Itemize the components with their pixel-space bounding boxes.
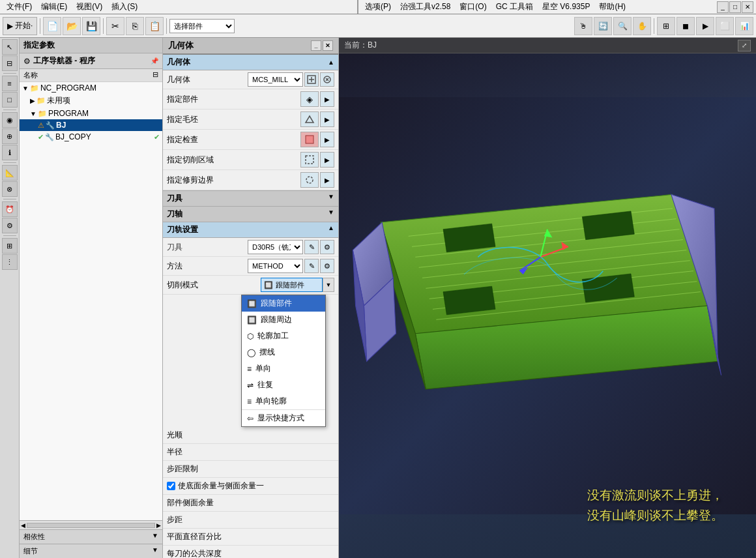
menu-edit[interactable]: 编辑(E) <box>37 0 71 14</box>
dropdown-item-3[interactable]: ◯ 摆线 <box>242 344 325 360</box>
menu-starsky[interactable]: 星空 V6.935P <box>538 0 594 14</box>
nav-item-program[interactable]: ▼ 📁 PROGRAM <box>20 108 162 119</box>
tool-settings-collapse[interactable]: ▲ <box>328 224 334 235</box>
vtool-select[interactable]: ↖ <box>2 39 18 55</box>
view-toolbar-shading[interactable]: ◼ <box>676 17 695 35</box>
view-toolbar-rotate[interactable]: 🔄 <box>594 17 612 35</box>
vtool-datum[interactable]: ⊗ <box>2 181 18 197</box>
axis-section-collapse[interactable]: ▼ <box>328 209 334 220</box>
nav-item-nc[interactable]: ▼ 📁 NC_PROGRAM <box>20 82 162 94</box>
vtool-gear[interactable]: ⚙ <box>2 218 18 233</box>
method-btn1[interactable]: ✎ <box>304 259 319 273</box>
toolbar-copy[interactable]: ⎘ <box>126 17 144 35</box>
view-toolbar-pan[interactable]: ✋ <box>633 17 651 35</box>
tree-expand-program[interactable]: ▼ <box>30 110 36 117</box>
geo-panel-minimize[interactable]: _ <box>311 40 321 51</box>
tree-expand-unused[interactable]: ▶ <box>30 97 35 104</box>
view-toolbar-select[interactable]: 🖱 <box>574 17 592 35</box>
viewport-expand-btn[interactable]: ⤢ <box>738 40 751 51</box>
view-toolbar-zoom[interactable]: 🔍 <box>613 17 632 35</box>
cut-mode-dropdown-btn[interactable]: ▼ <box>323 278 334 292</box>
menu-file[interactable]: 文件(F) <box>3 0 36 14</box>
nav-item-unused[interactable]: ▶ 📁 未用项 <box>20 94 162 108</box>
geo-btn2[interactable] <box>320 72 334 87</box>
h-scrollbar-left[interactable]: ◀ <box>21 522 25 529</box>
tool-btn2[interactable]: ⚙ <box>320 240 334 254</box>
vtool-layer[interactable]: ≡ <box>2 76 18 91</box>
detail-collapse[interactable]: ▼ <box>152 546 158 556</box>
detail-header[interactable]: 细节 ▼ <box>20 544 162 558</box>
geo-panel-close[interactable]: ✕ <box>323 40 333 51</box>
view-toolbar-more[interactable]: ▶ <box>696 17 714 35</box>
method-btn2[interactable]: ⚙ <box>320 259 334 273</box>
tool-btn1[interactable]: ✎ <box>304 240 319 254</box>
vtool-clock[interactable]: ⏰ <box>2 201 18 217</box>
cut-mode-value-display[interactable]: 🔲 跟随部件 <box>261 278 323 292</box>
window-minimize[interactable]: _ <box>717 1 729 13</box>
window-maximize[interactable]: □ <box>729 1 741 13</box>
h-scrollbar-right[interactable]: ▶ <box>156 522 161 529</box>
related-collapse[interactable]: ▼ <box>152 532 158 542</box>
menu-help[interactable]: 帮助(H) <box>595 0 630 14</box>
dropdown-item-6[interactable]: ≡ 单向轮廓 <box>242 393 325 409</box>
vtool-info[interactable]: ℹ <box>2 145 18 160</box>
h-scrollbar-track[interactable] <box>27 523 155 528</box>
view-toolbar-wire[interactable]: ⬜ <box>716 17 734 35</box>
nav-item-bj-copy[interactable]: ✔ 🔧 BJ_COPY ✔ <box>20 131 162 143</box>
specify-cut-btn1[interactable] <box>300 152 319 168</box>
select-part-dropdown[interactable]: 选择部件 <box>169 19 235 33</box>
vtool-more1[interactable]: ⊞ <box>2 238 18 254</box>
vtool-part[interactable]: ◉ <box>2 112 18 128</box>
dropdown-item-0[interactable]: 🔲 跟随部件 <box>242 295 325 312</box>
tool-settings-header[interactable]: 刀轨设置 ▲ <box>163 222 338 238</box>
start-button[interactable]: ▶ 开始· <box>3 17 37 35</box>
use-floor-checkbox[interactable] <box>167 482 175 490</box>
toolbar-new[interactable]: 📄 <box>43 17 61 35</box>
dropdown-item-7[interactable]: ⇦ 显示快捷方式 <box>242 409 325 426</box>
method-select[interactable]: METHOD <box>248 259 303 273</box>
tool-section-header[interactable]: 刀具 ▼ <box>163 190 338 207</box>
specify-blank-btn2[interactable]: ▶ <box>320 111 334 127</box>
menu-insert[interactable]: 插入(S) <box>108 0 141 14</box>
geo-section-collapse[interactable]: ▲ <box>328 59 334 66</box>
view-toolbar-fit[interactable]: ⊞ <box>657 17 675 35</box>
window-close[interactable]: ✕ <box>742 1 753 13</box>
related-header[interactable]: 相依性 ▼ <box>20 530 162 544</box>
vtool-assem[interactable]: ⊕ <box>2 128 18 144</box>
menu-window[interactable]: 窗口(O) <box>456 0 490 14</box>
specify-check-btn2[interactable]: ▶ <box>320 132 334 147</box>
viewport-3d[interactable]: 没有激流则谈不上勇进， 没有山峰则谈不上攀登。 <box>339 53 756 558</box>
tree-expand-nc[interactable]: ▼ <box>22 85 29 92</box>
vtool-filter[interactable]: ⊟ <box>2 55 18 71</box>
toolbar-open[interactable]: 📂 <box>63 17 81 35</box>
vtool-more2[interactable]: ⋮ <box>2 254 18 270</box>
dropdown-item-5[interactable]: ⇌ 往复 <box>242 377 325 393</box>
dropdown-item-4[interactable]: ≡ 单向 <box>242 360 325 377</box>
specify-cut-btn2[interactable]: ▶ <box>320 152 334 168</box>
view-toolbar-analysis[interactable]: 📊 <box>735 17 753 35</box>
menu-gc[interactable]: GC 工具箱 <box>492 0 537 14</box>
dropdown-item-2[interactable]: ⬡ 轮廓加工 <box>242 328 325 344</box>
toolbar-cut[interactable]: ✂ <box>106 17 124 35</box>
specify-part-btn1[interactable]: ◈ <box>300 91 319 107</box>
specify-check-btn1[interactable] <box>300 132 319 147</box>
vtool-view2[interactable]: □ <box>2 92 18 108</box>
vtool-measure[interactable]: 📐 <box>2 165 18 181</box>
specify-blank-btn1[interactable] <box>300 111 319 127</box>
nav-item-bj[interactable]: ⚠ 🔧 BJ <box>20 119 162 131</box>
toolbar-save[interactable]: 💾 <box>82 17 100 35</box>
geo-btn1[interactable] <box>304 72 319 87</box>
specify-part-btn2[interactable]: ▶ <box>320 91 334 107</box>
menu-tools[interactable]: 治强工具v2.58 <box>396 0 454 14</box>
geo-value-select[interactable]: MCS_MILL <box>248 72 303 87</box>
specify-trim-btn1[interactable] <box>300 172 319 188</box>
menu-view[interactable]: 视图(V) <box>72 0 106 14</box>
specify-trim-btn2[interactable]: ▶ <box>320 172 334 188</box>
toolbar-paste[interactable]: 📋 <box>145 17 164 35</box>
tool-select[interactable]: D30R5（铣刀 <box>248 240 303 254</box>
dropdown-item-1[interactable]: 🔲 跟随周边 <box>242 312 325 328</box>
menu-options[interactable]: 选项(P) <box>361 0 395 14</box>
tool-section-collapse[interactable]: ▼ <box>328 193 334 204</box>
geo-section-header[interactable]: 几何体 ▲ <box>163 55 338 70</box>
nav-pin[interactable]: 📌 <box>151 57 158 65</box>
